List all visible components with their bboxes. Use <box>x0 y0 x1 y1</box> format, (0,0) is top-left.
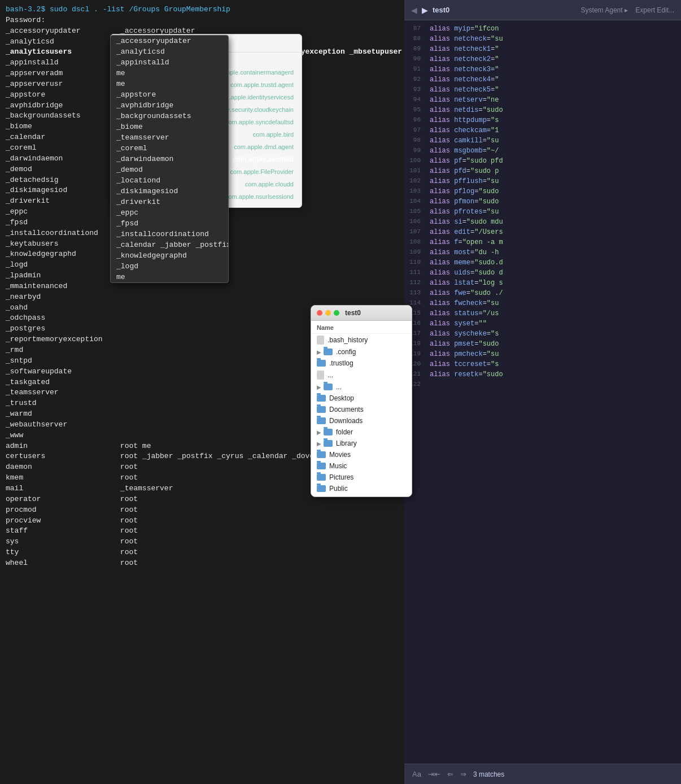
indent-icon[interactable]: ⇐ <box>447 770 453 778</box>
finder-titlebar: test0 <box>311 306 412 321</box>
finder-dot-maximize[interactable] <box>334 310 339 316</box>
terminal-password: Password: <box>6 15 401 26</box>
code-line-106: 106 alias si="sudo mdu <box>404 218 681 228</box>
line-num-103: 103 <box>404 188 430 198</box>
autocomplete-item-10[interactable]: _teamsserver <box>111 132 228 143</box>
autocomplete-item-1[interactable]: _accessoryupdater <box>111 36 228 46</box>
line-content-101: alias pfd="sudo p <box>430 167 681 177</box>
com-service-2: com.apple.trustd.agent <box>230 81 294 88</box>
finder-body: Name .bash_history ▶ .config .trustlog .… <box>311 321 412 496</box>
code-line-115: 115 alias status="/us <box>404 310 681 320</box>
finder-item-label: .config <box>336 348 356 356</box>
autocomplete-item-5[interactable]: me <box>111 79 228 89</box>
line-content-119: alias pmcheck="su <box>430 350 681 360</box>
autocomplete-item-7[interactable]: _avphidbridge <box>111 100 228 111</box>
com-service-6: com.apple.bird <box>253 131 294 138</box>
autocomplete-item-3[interactable]: _appinstalld <box>111 57 228 68</box>
finder-item-label: Movies <box>329 451 351 459</box>
code-line-119: 119 alias pmcheck="su <box>404 350 681 360</box>
autocomplete-item-18[interactable]: _fpsd <box>111 218 228 229</box>
autocomplete-item-8[interactable]: _backgroundassets <box>111 111 228 121</box>
line-content-106: alias si="sudo mdu <box>430 218 681 228</box>
line-content-104: alias pfmon="sudo <box>430 198 681 208</box>
code-line-118: 118 alias pmset="sudo <box>404 340 681 350</box>
finder-item-label: .bash_history <box>328 336 368 344</box>
line-num-100: 100 <box>404 157 430 167</box>
line-num-88: 88 <box>404 35 430 45</box>
finder-dot-minimize[interactable] <box>325 310 331 316</box>
line-content-92: alias netcheck4=" <box>430 76 681 86</box>
code-line-114: 114 alias fwcheck="su <box>404 299 681 310</box>
match-count: 3 matches <box>473 770 504 778</box>
finder-item-downloads[interactable]: Downloads <box>311 415 412 426</box>
finder-item-label: Documents <box>329 406 364 413</box>
code-toolbar: ◀ ▶ test0 System Agent ▸ Expert Edit... <box>404 0 681 20</box>
line-content-112: alias lstat="log s <box>430 279 681 289</box>
file-icon <box>317 336 324 345</box>
code-line-99: 99 alias msgbomb="~/ <box>404 147 681 157</box>
line-num-112: 112 <box>404 279 430 289</box>
autocomplete-item-9[interactable]: _biome <box>111 121 228 132</box>
line-content-114: alias fwcheck="su <box>430 299 681 310</box>
autocomplete-item-23[interactable]: me <box>111 272 228 282</box>
autocomplete-item-22[interactable]: _logd <box>111 261 228 272</box>
com-service-11: com.apple.nsurlsessiond <box>225 193 294 200</box>
autocomplete-dropdown[interactable]: _accessoryupdater _analyticsd _appinstal… <box>110 35 229 283</box>
finder-item-dots2[interactable]: ▶ ... <box>311 381 412 393</box>
autocomplete-item-6[interactable]: _appstore <box>111 89 228 100</box>
finder-item-public[interactable]: Public <box>311 483 412 494</box>
code-line-112: 112 alias lstat="log s <box>404 279 681 289</box>
autocomplete-item-14[interactable]: _locationd <box>111 175 228 186</box>
finder-item-pictures[interactable]: Pictures <box>311 472 412 483</box>
finder-item-bash-history[interactable]: .bash_history <box>311 334 412 346</box>
folder-icon-public <box>317 485 326 492</box>
autocomplete-item-12[interactable]: _darwindaemon <box>111 154 228 164</box>
autocomplete-item-21[interactable]: _knowledgegraphd <box>111 250 228 261</box>
finder-item-dots[interactable]: ... <box>311 369 412 381</box>
expert-edit-label[interactable]: Expert Edit... <box>635 6 674 14</box>
code-line-94: 94 alias netserv="ne <box>404 96 681 106</box>
finder-item-label: Public <box>329 485 348 493</box>
autocomplete-item-17[interactable]: _eppc <box>111 207 228 218</box>
finder-item-movies[interactable]: Movies <box>311 449 412 460</box>
chevron-right-icon-2: ▶ <box>317 384 321 390</box>
line-num-91: 91 <box>404 66 430 76</box>
autocomplete-item-13[interactable]: _demod <box>111 164 228 175</box>
finder-item-trustlog[interactable]: .trustlog <box>311 358 412 369</box>
finder-item-library[interactable]: ▶ Library <box>311 438 412 449</box>
autocomplete-item-2[interactable]: _analyticsd <box>111 46 228 57</box>
code-line-117: 117 alias syscheke="s <box>404 330 681 340</box>
code-line-97: 97 alias checkcam="1 <box>404 127 681 137</box>
spacing-icon[interactable]: ⇥⇤ <box>428 770 440 778</box>
finder-item-music[interactable]: Music <box>311 460 412 472</box>
autocomplete-item-15[interactable]: _diskimagesiod <box>111 186 228 197</box>
back-button[interactable]: ◀ <box>411 6 417 15</box>
finder-item-config[interactable]: ▶ .config <box>311 346 412 358</box>
autocomplete-item-16[interactable]: _driverkit <box>111 197 228 207</box>
finder-item-label: Pictures <box>329 473 353 481</box>
autocomplete-item-20[interactable]: _calendar _jabber _postfix <box>111 239 228 250</box>
code-line-96: 96 alias httpdump="s <box>404 116 681 127</box>
finder-item-folder[interactable]: ▶ folder <box>311 426 412 438</box>
outdent-icon[interactable]: ⇒ <box>460 770 466 778</box>
forward-button[interactable]: ▶ <box>422 6 428 15</box>
line-content-100: alias pf="sudo pfd <box>430 157 681 167</box>
line-content-120: alias tccreset="s <box>430 360 681 371</box>
finder-item-label: Library <box>336 439 357 447</box>
line-content-102: alias pfflush="su <box>430 177 681 188</box>
font-icon[interactable]: Aa <box>412 770 421 778</box>
finder-item-desktop[interactable]: Desktop <box>311 393 412 404</box>
code-line-100: 100 alias pf="sudo pfd <box>404 157 681 167</box>
code-line-116: 116 alias syset="" <box>404 320 681 330</box>
finder-item-documents[interactable]: Documents <box>311 404 412 415</box>
line-num-111: 111 <box>404 269 430 279</box>
code-line-102: 102 alias pfflush="su <box>404 177 681 188</box>
autocomplete-item-11[interactable]: _coreml <box>111 143 228 154</box>
autocomplete-item-19[interactable]: _installcoordinationd <box>111 229 228 239</box>
finder-dot-close[interactable] <box>317 310 322 316</box>
line-content-107: alias edit="/Users <box>430 228 681 238</box>
autocomplete-item-4[interactable]: me <box>111 68 228 79</box>
terminal-group-48: sys root <box>6 537 401 547</box>
line-num-98: 98 <box>404 137 430 147</box>
finder-window: test0 Name .bash_history ▶ .config .trus… <box>311 305 412 497</box>
